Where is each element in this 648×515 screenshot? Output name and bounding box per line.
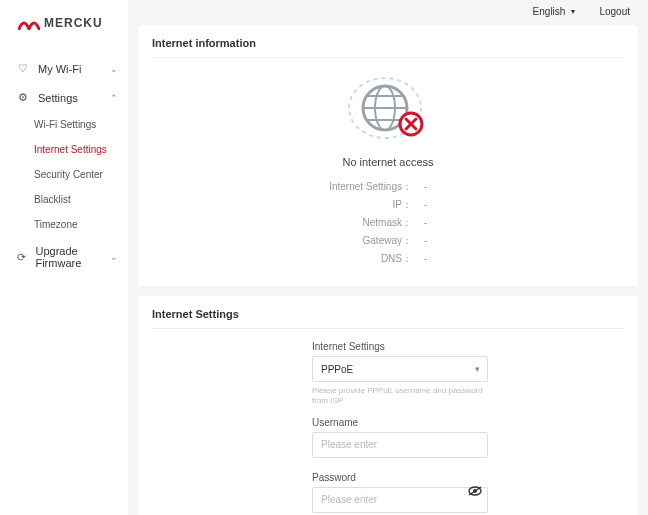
sidebar-item-wifi-settings[interactable]: Wi-Fi Settings bbox=[0, 112, 128, 137]
connection-type-select[interactable] bbox=[312, 356, 488, 382]
nav-settings[interactable]: ⚙ Settings ⌃ bbox=[0, 83, 128, 112]
info-value: - bbox=[418, 196, 448, 214]
brand-text: MERCKU bbox=[44, 16, 103, 30]
sidebar-item-security-center[interactable]: Security Center bbox=[0, 162, 128, 187]
nav-label: Upgrade Firmware bbox=[35, 245, 110, 269]
internet-info-table: Internet Settings： - IP： - Netmask： - Ga… bbox=[328, 178, 448, 268]
language-selector[interactable]: English ▾ bbox=[533, 6, 576, 17]
card-title: Internet information bbox=[152, 37, 624, 58]
internet-settings-card: Internet Settings Internet Settings Plea… bbox=[138, 296, 638, 515]
form-hint: Please provide PPPoE username and passwo… bbox=[312, 386, 488, 407]
chevron-up-icon: ⌃ bbox=[110, 93, 118, 103]
topbar: English ▾ Logout bbox=[138, 0, 638, 25]
main-content: English ▾ Logout Internet information bbox=[128, 0, 648, 515]
table-row: DNS： - bbox=[328, 250, 448, 268]
info-value: - bbox=[418, 214, 448, 232]
info-value: - bbox=[418, 250, 448, 268]
internet-info-card: Internet information No inte bbox=[138, 25, 638, 286]
chevron-down-icon: ⌄ bbox=[110, 64, 118, 74]
username-label: Username bbox=[312, 417, 488, 428]
card-title: Internet Settings bbox=[152, 308, 624, 329]
table-row: Netmask： - bbox=[328, 214, 448, 232]
table-row: Internet Settings： - bbox=[328, 178, 448, 196]
toggle-password-visibility-icon[interactable] bbox=[468, 486, 482, 498]
nav-upgrade-firmware[interactable]: ⟳ Upgrade Firmware ⌄ bbox=[0, 237, 128, 277]
info-label: Internet Settings： bbox=[328, 178, 418, 196]
logout-link[interactable]: Logout bbox=[599, 6, 630, 17]
password-input[interactable] bbox=[312, 487, 488, 513]
info-label: Gateway： bbox=[328, 232, 418, 250]
info-label: Netmask： bbox=[328, 214, 418, 232]
internet-status-message: No internet access bbox=[152, 156, 624, 168]
sidebar-item-internet-settings[interactable]: Internet Settings bbox=[0, 137, 128, 162]
no-internet-illustration bbox=[152, 70, 624, 148]
nav-label: Settings bbox=[38, 92, 78, 104]
mercku-logo-icon bbox=[18, 16, 40, 30]
chevron-down-icon: ⌄ bbox=[110, 252, 118, 262]
sidebar-item-timezone[interactable]: Timezone bbox=[0, 212, 128, 237]
nav-label: My Wi-Fi bbox=[38, 63, 81, 75]
info-value: - bbox=[418, 178, 448, 196]
table-row: Gateway： - bbox=[328, 232, 448, 250]
language-label: English bbox=[533, 6, 566, 17]
caret-down-icon: ▾ bbox=[571, 7, 575, 16]
nav-my-wifi[interactable]: ♡ My Wi-Fi ⌄ bbox=[0, 54, 128, 83]
username-input[interactable] bbox=[312, 432, 488, 458]
table-row: IP： - bbox=[328, 196, 448, 214]
sidebar: MERCKU ♡ My Wi-Fi ⌄ ⚙ Settings ⌃ Wi-Fi S… bbox=[0, 0, 128, 515]
info-label: DNS： bbox=[328, 250, 418, 268]
password-label: Password bbox=[312, 472, 488, 483]
wifi-icon: ♡ bbox=[16, 62, 30, 75]
update-icon: ⟳ bbox=[16, 251, 27, 264]
gear-icon: ⚙ bbox=[16, 91, 30, 104]
sidebar-item-blacklist[interactable]: Blacklist bbox=[0, 187, 128, 212]
brand-logo: MERCKU bbox=[0, 14, 128, 54]
info-value: - bbox=[418, 232, 448, 250]
select-label: Internet Settings bbox=[312, 341, 488, 352]
info-label: IP： bbox=[328, 196, 418, 214]
internet-settings-form: Internet Settings Please provide PPPoE u… bbox=[312, 341, 488, 515]
